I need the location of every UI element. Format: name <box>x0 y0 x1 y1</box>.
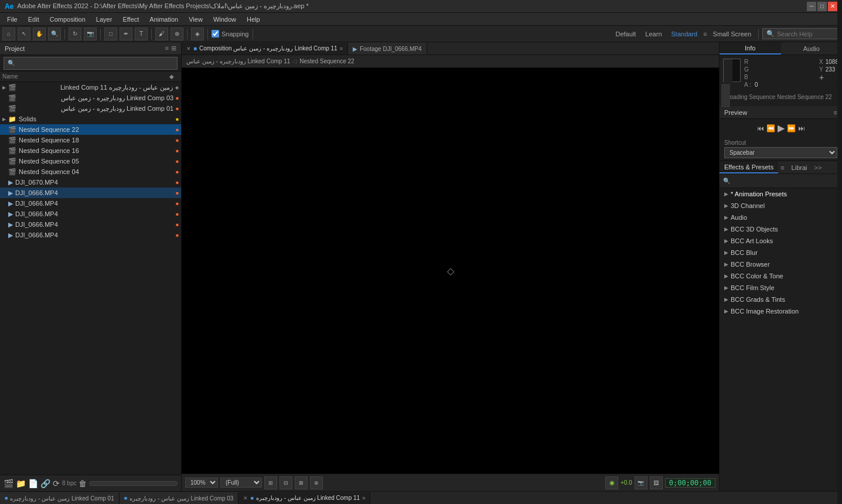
footage-tab[interactable]: ▶ Footage DJI_0666.MP4 <box>348 43 427 55</box>
effects-item-animation-presets[interactable]: ▶ * Animation Presets <box>720 188 842 200</box>
menu-file[interactable]: File <box>2 15 22 24</box>
select-tool[interactable]: ↖ <box>18 28 30 40</box>
fit-comp-button[interactable]: ⊞ <box>264 476 277 489</box>
project-item-nested04[interactable]: ▶ 🎬 Nested Sequence 04 ■ <box>0 166 181 177</box>
library-tab[interactable]: Librai <box>787 161 812 173</box>
rect-tool[interactable]: □ <box>104 28 117 40</box>
workspace-standard[interactable]: Standard <box>668 30 701 38</box>
safe-margins-button[interactable]: ⊟ <box>279 476 292 489</box>
channels-button[interactable]: ⊕ <box>310 476 323 489</box>
workspace-small[interactable]: Small Screen <box>710 30 755 38</box>
effects-item-audio[interactable]: ▶ Audio <box>720 212 842 223</box>
effects-item-bccartelooks[interactable]: ▶ BCC Art Looks <box>720 235 842 247</box>
menu-effect[interactable]: Effect <box>118 15 144 24</box>
step-forward-button[interactable]: ⏩ <box>787 124 796 132</box>
effects-item-bccgrads[interactable]: ▶ BCC Grads & Tints <box>720 294 842 305</box>
snapshot-button[interactable]: 📷 <box>635 476 647 489</box>
menu-composition[interactable]: Composition <box>45 15 90 24</box>
tab-menu-icon[interactable]: ≡ <box>340 46 343 52</box>
breadcrumb-nested[interactable]: Nested Sequence 22 <box>299 58 354 64</box>
timeline-tab-comp01[interactable]: ■ زمین عباس - رودبارچیره Linked Comp 01 <box>0 492 120 504</box>
breadcrumb-comp[interactable]: رودبارچیره - زمین عباس Linked Comp 11 <box>186 58 290 64</box>
audio-tab[interactable]: Audio <box>781 42 843 55</box>
puppet-tool[interactable]: ◈ <box>191 28 204 40</box>
effects-item-bcc3d[interactable]: ▶ BCC 3D Objects <box>720 223 842 235</box>
snapping-checkbox[interactable] <box>212 30 219 38</box>
project-item[interactable]: ▶ 🎬 Linked Comp 01 رودبارچیره - زمین عبا… <box>0 103 181 114</box>
project-item-dji0666-3[interactable]: ▶ ▶ DJI_0666.MP4 ■ <box>0 209 181 219</box>
effects-item-bccblur[interactable]: ▶ BCC Blur <box>720 247 842 258</box>
play-button[interactable]: ▶ <box>778 122 785 134</box>
show-snapshot-button[interactable]: 🖼 <box>650 476 663 489</box>
project-columns-icon[interactable]: ⊞ <box>171 45 176 52</box>
menu-help[interactable]: Help <box>242 15 265 24</box>
hand-tool[interactable]: ✋ <box>33 28 46 40</box>
workspace-default[interactable]: Default <box>612 30 640 38</box>
project-item-nested18[interactable]: ▶ 🎬 Nested Sequence 18 ■ <box>0 135 181 145</box>
project-search-input[interactable] <box>17 59 173 68</box>
project-item-dji0666-4[interactable]: ▶ ▶ DJI_0666.MP4 ■ <box>0 219 181 230</box>
color-correction-button[interactable]: ◉ <box>605 476 618 489</box>
new-folder-icon[interactable]: 📁 <box>16 479 26 488</box>
skip-start-button[interactable]: ⏮ <box>757 124 764 132</box>
flow-icon[interactable]: ⟳ <box>53 479 60 488</box>
info-tab[interactable]: Info <box>720 42 781 55</box>
grid-button[interactable]: ⊠ <box>295 476 308 489</box>
project-menu-icon[interactable]: ≡ <box>165 45 169 52</box>
project-item-nested22[interactable]: ▶ 🎬 Nested Sequence 22 ■ <box>0 124 181 135</box>
comp-tab-active[interactable]: ✕ ■ Composition رودبارچیره - زمین عباس L… <box>182 43 348 55</box>
step-back-button[interactable]: ⏪ <box>766 124 775 132</box>
timeline-tab-comp11[interactable]: ✕ ■ زمین عباس - رودبارچیره Linked Comp 1… <box>238 492 370 504</box>
minimize-button[interactable]: ─ <box>807 2 816 11</box>
effects-expand-icon[interactable]: >> <box>812 161 824 173</box>
effects-item-bccbrowser[interactable]: ▶ BCC Browser <box>720 258 842 270</box>
menu-layer[interactable]: Layer <box>91 15 117 24</box>
skip-end-button[interactable]: ⏭ <box>798 124 805 132</box>
project-scrollbar[interactable] <box>89 481 178 486</box>
zoom-select[interactable]: 100%50%25%200% <box>185 478 218 488</box>
maximize-button[interactable]: □ <box>817 2 827 11</box>
project-item-nested16[interactable]: ▶ 🎬 Nested Sequence 16 ■ <box>0 145 181 156</box>
project-item[interactable]: ▶ 🎬 Linked Comp 03 رودبارچیره - زمین عبا… <box>0 93 181 103</box>
home-button[interactable]: ⌂ <box>2 28 15 40</box>
clone-tool[interactable]: ⊕ <box>171 28 183 40</box>
tab-close-icon[interactable]: ✕ <box>186 46 191 52</box>
tab-close-icon[interactable]: ✕ <box>243 495 248 501</box>
effects-item-3dchannel[interactable]: ▶ 3D Channel <box>720 200 842 212</box>
effects-item-bccimage[interactable]: ▶ BCC Image Restoration <box>720 305 842 317</box>
text-tool[interactable]: T <box>135 28 148 40</box>
effects-scrollbar[interactable] <box>837 161 842 491</box>
camera-tool[interactable]: 📷 <box>84 28 97 40</box>
close-button[interactable]: ✕ <box>828 2 837 11</box>
comp-time-display[interactable]: 0;00;00;00 <box>665 478 715 488</box>
brush-tool[interactable]: 🖌 <box>155 28 168 40</box>
effects-item-bcccolor[interactable]: ▶ BCC Color & Tone <box>720 270 842 282</box>
menu-window[interactable]: Window <box>209 15 241 24</box>
menu-view[interactable]: View <box>184 15 207 24</box>
project-item-solids[interactable]: ▶ 📁 Solids ■ <box>0 114 181 124</box>
project-item-nested05[interactable]: ▶ 🎬 Nested Sequence 05 ■ <box>0 156 181 166</box>
titlebar-controls[interactable]: ─ □ ✕ <box>807 2 837 11</box>
project-item[interactable]: ▶ 🎬 زمین عباس - رودبارچیره Linked Comp 1… <box>0 82 181 93</box>
zoom-tool[interactable]: 🔍 <box>48 28 61 40</box>
menu-edit[interactable]: Edit <box>23 15 44 24</box>
menu-animation[interactable]: Animation <box>145 15 183 24</box>
pen-tool[interactable]: ✒ <box>120 28 132 40</box>
search-input[interactable] <box>777 30 836 38</box>
rotate-tool[interactable]: ↻ <box>69 28 81 40</box>
project-item-dji0670[interactable]: ▶ ▶ DJI_0670.MP4 ■ <box>0 177 181 188</box>
effects-menu-icon[interactable]: ≡ <box>778 161 786 173</box>
shortcut-select[interactable]: Spacebar <box>724 147 837 158</box>
project-item-dji0666-5[interactable]: ▶ ▶ DJI_0666.MP4 ■ <box>0 230 181 240</box>
effects-presets-tab[interactable]: Effects & Presets <box>720 161 778 173</box>
effects-search-input[interactable] <box>732 177 838 185</box>
project-item-dji0666-2[interactable]: ▶ ▶ DJI_0666.MP4 ■ <box>0 198 181 209</box>
tab-menu-icon[interactable]: ≡ <box>362 495 365 501</box>
project-item-dji0666-1[interactable]: ▶ ▶ DJI_0666.MP4 ■ <box>0 188 181 198</box>
timeline-tab-comp03[interactable]: ■ زمین عباس - رودبارچیره Linked Comp 03 <box>120 492 239 504</box>
delete-icon[interactable]: 🗑 <box>79 479 87 488</box>
new-comp-icon[interactable]: 🎬 <box>4 479 13 488</box>
workspace-menu-icon[interactable]: ≡ <box>703 30 707 38</box>
workspace-learn[interactable]: Learn <box>642 30 665 38</box>
effects-item-bccfilm[interactable]: ▶ BCC Film Style <box>720 282 842 294</box>
